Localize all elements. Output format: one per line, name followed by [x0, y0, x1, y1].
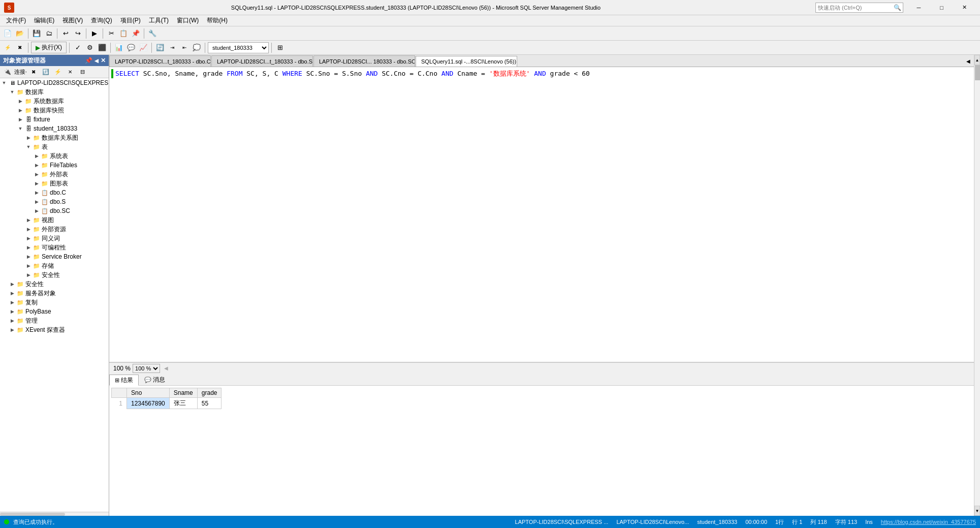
- expander-18[interactable]: ▶: [24, 243, 33, 252]
- parse-btn[interactable]: ⚙: [84, 42, 96, 53]
- tab-scroll-left[interactable]: ◀: [963, 55, 974, 67]
- new-query-btn[interactable]: 📄: [2, 28, 13, 39]
- comment-btn[interactable]: 💭: [191, 42, 202, 53]
- connect-btn[interactable]: ⚡: [2, 42, 13, 53]
- debug-btn[interactable]: ▶: [89, 28, 100, 39]
- undo-btn[interactable]: ↩: [60, 28, 71, 39]
- scroll-up-btn[interactable]: ▲: [974, 55, 980, 65]
- cancel-btn[interactable]: ⬛: [97, 42, 108, 53]
- tree-item-9[interactable]: ▶📁FileTables: [0, 161, 109, 170]
- expander-16[interactable]: ▶: [24, 225, 33, 233]
- tree-item-19[interactable]: ▶📁Service Broker: [0, 252, 109, 261]
- tree-item-12[interactable]: ▶📋dbo.C: [0, 188, 109, 197]
- disconnect-btn[interactable]: ✖: [14, 42, 25, 53]
- expander-1[interactable]: ▼: [8, 88, 16, 96]
- expander-7[interactable]: ▼: [24, 143, 33, 151]
- sql-editor[interactable]: SELECT SC.Sno, Sname, grade FROM SC, S, …: [109, 67, 974, 362]
- execute-button[interactable]: ▶ 执行(X): [31, 42, 67, 53]
- tree-item-6[interactable]: ▶📁数据库关系图: [0, 133, 109, 142]
- menu-item-edit[interactable]: 编辑(E): [30, 15, 58, 26]
- oe-pin-icon[interactable]: 📌: [85, 57, 92, 64]
- tab-1[interactable]: LAPTOP-LID28SCI...t_180333 - dbo.S: [211, 55, 313, 67]
- tree-item-8[interactable]: ▶📁系统表: [0, 151, 109, 161]
- maximize-button[interactable]: □: [930, 3, 953, 13]
- quick-launch-box[interactable]: 🔍: [815, 3, 903, 13]
- tree-item-1[interactable]: ▼📁数据库: [0, 87, 109, 97]
- tab-2[interactable]: LAPTOP-LID28SCI... 180333 - dbo.SC: [313, 55, 415, 67]
- paste-btn[interactable]: 📌: [130, 28, 141, 39]
- show-results-btn[interactable]: 📊: [113, 42, 124, 53]
- cut-btn[interactable]: ✂: [106, 28, 117, 39]
- tree-item-2[interactable]: ▶📁系统数据库: [0, 97, 109, 106]
- properties-btn[interactable]: 🔧: [147, 28, 158, 39]
- menu-item-tools[interactable]: 工具(T): [145, 15, 173, 26]
- expander-17[interactable]: ▶: [24, 234, 33, 242]
- tree-item-21[interactable]: ▶📁安全性: [0, 270, 109, 279]
- menu-item-query[interactable]: 查询(Q): [87, 15, 116, 26]
- oe-collapse-btn[interactable]: ⊟: [77, 67, 88, 78]
- menu-item-file[interactable]: 文件(F): [2, 15, 30, 26]
- menu-item-window[interactable]: 窗口(W): [173, 15, 203, 26]
- status-link[interactable]: https://blog.csdn.net/weixin_43577675: [881, 519, 976, 525]
- expander-5[interactable]: ▼: [16, 125, 24, 133]
- indent-btn[interactable]: ⇥: [167, 42, 178, 53]
- oe-close-icon[interactable]: ✕: [101, 57, 106, 64]
- zoom-dropdown[interactable]: 100 %: [133, 364, 160, 373]
- database-dropdown[interactable]: student_180333: [208, 42, 269, 53]
- tree-item-11[interactable]: ▶📁图形表: [0, 179, 109, 188]
- tree-item-18[interactable]: ▶📁可编程性: [0, 243, 109, 252]
- expander-15[interactable]: ▶: [24, 216, 33, 224]
- tree-item-24[interactable]: ▶📁复制: [0, 298, 109, 307]
- expander-21[interactable]: ▶: [24, 271, 33, 279]
- redo-btn[interactable]: ↪: [72, 28, 83, 39]
- expander-23[interactable]: ▶: [8, 289, 16, 297]
- close-button[interactable]: ✕: [953, 3, 976, 13]
- copy-btn[interactable]: 📋: [118, 28, 129, 39]
- expander-14[interactable]: ▶: [33, 207, 41, 215]
- tree-item-3[interactable]: ▶📁数据库快照: [0, 106, 109, 115]
- tree-item-7[interactable]: ▼📁表: [0, 142, 109, 151]
- tab-0[interactable]: LAPTOP-LID28SCI...t_180333 - dbo.C: [109, 55, 211, 67]
- expander-0[interactable]: ▼: [0, 79, 8, 87]
- show-msg-btn[interactable]: 💬: [125, 42, 137, 53]
- tree-item-20[interactable]: ▶📁存储: [0, 261, 109, 270]
- expander-8[interactable]: ▶: [33, 152, 41, 160]
- expander-27[interactable]: ▶: [8, 326, 16, 334]
- more-btn[interactable]: ⊞: [274, 42, 286, 53]
- oe-filter-btn[interactable]: ⚡: [52, 67, 64, 78]
- oe-clear-filter-btn[interactable]: ✕: [65, 67, 76, 78]
- expander-13[interactable]: ▶: [33, 198, 41, 206]
- tree-item-10[interactable]: ▶📁外部表: [0, 170, 109, 179]
- tree-item-26[interactable]: ▶📁管理: [0, 316, 109, 325]
- save-btn[interactable]: 💾: [31, 28, 42, 39]
- expander-25[interactable]: ▶: [8, 307, 16, 316]
- outdent-btn[interactable]: ⇤: [179, 42, 190, 53]
- tree-item-22[interactable]: ▶📁安全性: [0, 279, 109, 289]
- tree-item-13[interactable]: ▶📋dbo.S: [0, 197, 109, 206]
- expander-2[interactable]: ▶: [16, 97, 24, 105]
- menu-item-project[interactable]: 项目(P): [116, 15, 145, 26]
- check-syntax-btn[interactable]: ✓: [72, 42, 83, 53]
- scroll-thumb[interactable]: [975, 65, 980, 80]
- tree-item-5[interactable]: ▼🗄student_180333: [0, 124, 109, 133]
- scroll-down-btn[interactable]: ▼: [974, 506, 980, 516]
- expander-26[interactable]: ▶: [8, 317, 16, 325]
- results-tab-results[interactable]: ⊞ 结果: [109, 375, 139, 386]
- oe-connect-btn[interactable]: 🔌: [2, 67, 13, 78]
- table-row[interactable]: 11234567890张三55: [112, 398, 222, 409]
- tab-3[interactable]: SQLQuery11.sql -...8SCI\Lenovo (56)) ✕: [416, 56, 517, 67]
- oe-disconnect-btn[interactable]: ✖: [28, 67, 39, 78]
- menu-item-help[interactable]: 帮助(H): [203, 15, 232, 26]
- tree-item-17[interactable]: ▶📁同义词: [0, 234, 109, 243]
- quick-launch-input[interactable]: [816, 5, 892, 11]
- expander-6[interactable]: ▶: [24, 134, 33, 142]
- open-btn[interactable]: 📂: [14, 28, 25, 39]
- menu-item-view[interactable]: 视图(V): [58, 15, 87, 26]
- expander-24[interactable]: ▶: [8, 298, 16, 306]
- expander-3[interactable]: ▶: [16, 106, 24, 114]
- expander-10[interactable]: ▶: [33, 170, 41, 178]
- expander-9[interactable]: ▶: [33, 161, 41, 169]
- minimize-button[interactable]: ─: [907, 3, 930, 13]
- oe-arrow-icon[interactable]: ◀: [94, 58, 99, 64]
- tree-item-4[interactable]: ▶🗄fixture: [0, 115, 109, 124]
